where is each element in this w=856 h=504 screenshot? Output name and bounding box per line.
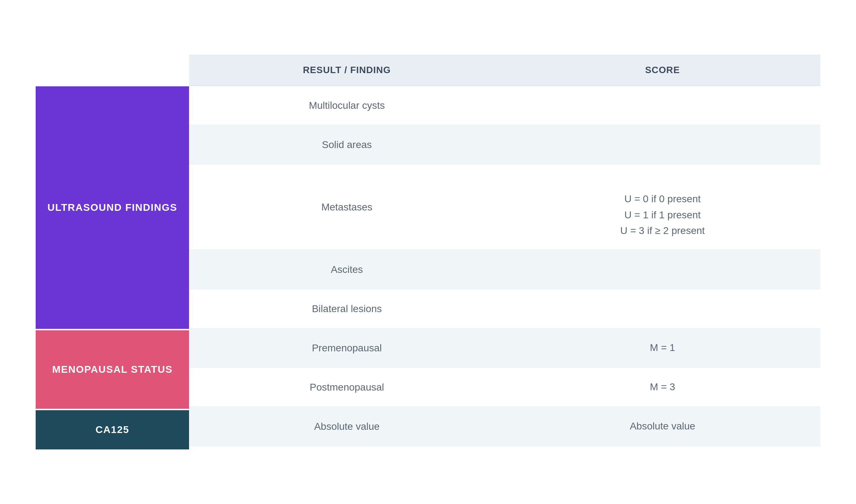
finding-multilocular: Multilocular cysts bbox=[189, 89, 505, 122]
category-ca125: CA125 bbox=[36, 410, 189, 449]
row-ascites: Ascites bbox=[189, 250, 820, 289]
row-postmenopausal: Postmenopausal M = 3 bbox=[189, 368, 820, 407]
row-absolute: Absolute value Absolute value bbox=[189, 407, 820, 446]
score-premenopausal: M = 1 bbox=[505, 329, 820, 367]
score-multilocular bbox=[505, 95, 820, 116]
score-ascites bbox=[505, 259, 820, 280]
table-wrapper: ULTRASOUND FINDINGS MENOPAUSAL STATUS CA… bbox=[36, 55, 820, 449]
score-bilateral bbox=[505, 298, 820, 320]
header-score: SCORE bbox=[505, 55, 820, 86]
page-container: ULTRASOUND FINDINGS MENOPAUSAL STATUS CA… bbox=[36, 55, 820, 449]
finding-absolute: Absolute value bbox=[189, 410, 505, 443]
finding-premenopausal: Premenopausal bbox=[189, 332, 505, 365]
finding-metastases: Metastases bbox=[189, 191, 505, 224]
row-bilateral: Bilateral lesions bbox=[189, 289, 820, 329]
header-finding: RESULT / FINDING bbox=[189, 55, 505, 86]
row-metastases: Metastases U = 0 if 0 present U = 1 if 1… bbox=[189, 164, 820, 250]
category-column: ULTRASOUND FINDINGS MENOPAUSAL STATUS CA… bbox=[36, 55, 189, 449]
category-menopausal: MENOPAUSAL STATUS bbox=[36, 330, 189, 409]
finding-ascites: Ascites bbox=[189, 253, 505, 286]
row-multilocular: Multilocular cysts bbox=[189, 86, 820, 125]
content-column: RESULT / FINDING SCORE Multilocular cyst… bbox=[189, 55, 820, 449]
header-row: RESULT / FINDING SCORE bbox=[189, 55, 820, 86]
row-premenopausal: Premenopausal M = 1 bbox=[189, 329, 820, 368]
finding-postmenopausal: Postmenopausal bbox=[189, 371, 505, 404]
score-metastases: U = 0 if 0 present U = 1 if 1 present U … bbox=[505, 164, 820, 250]
score-solid-areas bbox=[505, 134, 820, 156]
finding-solid-areas: Solid areas bbox=[189, 128, 505, 161]
category-ultrasound: ULTRASOUND FINDINGS bbox=[36, 86, 189, 329]
score-absolute: Absolute value bbox=[505, 408, 820, 445]
score-postmenopausal: M = 3 bbox=[505, 368, 820, 406]
finding-bilateral: Bilateral lesions bbox=[189, 292, 505, 325]
row-solid-areas: Solid areas bbox=[189, 125, 820, 164]
